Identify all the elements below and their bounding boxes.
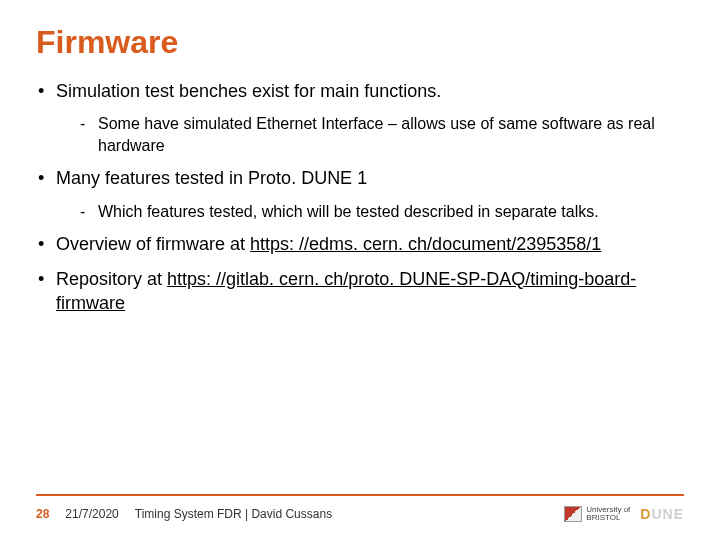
- bullet-item: Simulation test benches exist for main f…: [36, 79, 684, 156]
- bristol-crest-icon: [564, 506, 582, 522]
- sub-bullet-list: Which features tested, which will be tes…: [56, 201, 684, 223]
- slide-title: Firmware: [36, 24, 684, 61]
- bullet-text: Simulation test benches exist for main f…: [56, 81, 441, 101]
- sub-bullet-text: Which features tested, which will be tes…: [98, 203, 599, 220]
- link-text[interactable]: https: //edms. cern. ch/document/2395358…: [250, 234, 601, 254]
- sub-bullet-list: Some have simulated Ethernet Interface –…: [56, 113, 684, 156]
- bullet-text: Overview of firmware at: [56, 234, 250, 254]
- bullet-text: Repository at: [56, 269, 167, 289]
- sub-bullet-text: Some have simulated Ethernet Interface –…: [98, 115, 655, 154]
- page-number: 28: [36, 507, 49, 521]
- bullet-text: Many features tested in Proto. DUNE 1: [56, 168, 367, 188]
- bullet-list: Simulation test benches exist for main f…: [36, 79, 684, 315]
- dune-logo-rest: UNE: [651, 506, 684, 522]
- sub-bullet-item: Some have simulated Ethernet Interface –…: [80, 113, 684, 156]
- bullet-item: Many features tested in Proto. DUNE 1 Wh…: [36, 166, 684, 222]
- footer-divider: [36, 494, 684, 496]
- bristol-logo: University of BRISTOL: [564, 506, 630, 522]
- bullet-item: Repository at https: //gitlab. cern. ch/…: [36, 267, 684, 316]
- slide-footer: 28 21/7/2020 Timing System FDR | David C…: [0, 494, 720, 522]
- sub-bullet-item: Which features tested, which will be tes…: [80, 201, 684, 223]
- dune-logo: DUNE: [640, 506, 684, 522]
- footer-date: 21/7/2020: [65, 507, 118, 521]
- bristol-logo-text: University of BRISTOL: [586, 506, 630, 522]
- footer-logos: University of BRISTOL DUNE: [564, 506, 684, 522]
- dune-logo-d: D: [640, 506, 651, 522]
- footer-row: 28 21/7/2020 Timing System FDR | David C…: [36, 506, 684, 522]
- bristol-line2: BRISTOL: [586, 514, 630, 522]
- slide: Firmware Simulation test benches exist f…: [0, 0, 720, 540]
- bullet-item: Overview of firmware at https: //edms. c…: [36, 232, 684, 256]
- footer-caption: Timing System FDR | David Cussans: [135, 507, 332, 521]
